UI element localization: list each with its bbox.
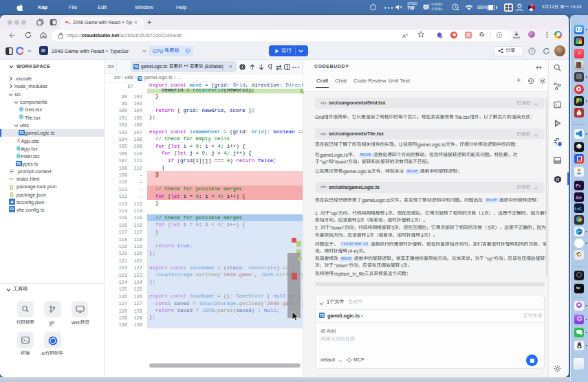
svg-text:?: ? bbox=[531, 49, 534, 54]
